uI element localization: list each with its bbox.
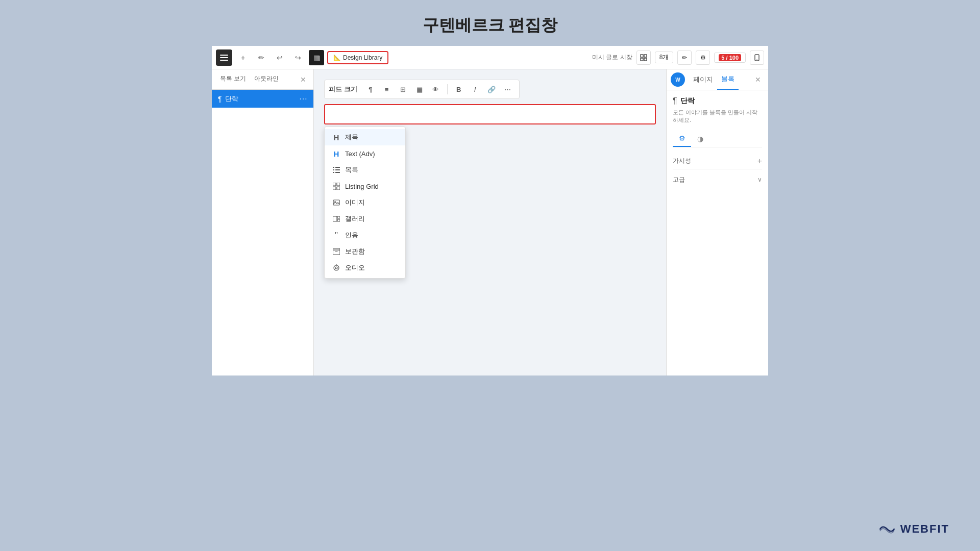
- design-library-label: Design Library: [343, 54, 382, 61]
- svg-rect-10: [333, 172, 334, 173]
- heading-icon: H: [332, 133, 341, 142]
- svg-point-24: [334, 265, 339, 270]
- panel-block-name: 단락: [680, 96, 695, 106]
- format-label: 피드 크기: [329, 85, 357, 94]
- redo-button[interactable]: ↪: [290, 50, 306, 65]
- svg-rect-8: [333, 169, 334, 170]
- text-adv-icon: H: [332, 149, 341, 158]
- panel-style-tab[interactable]: ◑: [691, 131, 709, 147]
- edit-mode-button[interactable]: ✏: [677, 51, 692, 65]
- top-toolbar: + ✏ ↩ ↪ ▦ 📐 Design Library 미시 글로 시장 8개 ✏…: [212, 46, 768, 69]
- dropdown-item-gallery[interactable]: 갤러리: [325, 211, 405, 227]
- tab-layout[interactable]: 아웃라인: [250, 69, 283, 89]
- svg-point-25: [335, 267, 337, 269]
- italic-btn[interactable]: I: [468, 82, 482, 96]
- tab-list[interactable]: 목록 보기: [216, 69, 250, 89]
- sidebar-tabs: 목록 보기 아웃라인 ✕: [212, 69, 313, 90]
- dropdown-item-text-adv[interactable]: H Text (Adv): [325, 145, 405, 162]
- panel-logo: W: [671, 72, 685, 87]
- design-library-button[interactable]: 📐 Design Library: [327, 51, 388, 64]
- sidebar-item-menu-icon[interactable]: ⋯: [299, 94, 307, 104]
- svg-rect-0: [641, 55, 643, 57]
- design-library-icon: 📐: [333, 54, 341, 61]
- score-button[interactable]: 5 / 100: [714, 53, 746, 63]
- dropdown-item-heading-label: 제목: [345, 133, 358, 142]
- bold-btn[interactable]: B: [452, 82, 466, 96]
- dropdown-item-image[interactable]: 이미지: [325, 194, 405, 211]
- view-icon-button[interactable]: [636, 51, 651, 65]
- dropdown-item-listing-grid[interactable]: Listing Grid: [325, 178, 405, 194]
- panel-settings-tab[interactable]: ⚙: [673, 131, 691, 147]
- page-title: 구텐베르크 편집창: [0, 0, 980, 46]
- more-options-btn[interactable]: ⋯: [501, 82, 515, 96]
- format-divider: [447, 84, 448, 94]
- preview-text[interactable]: 미시 글로 시장: [592, 53, 632, 62]
- right-panel: W 페이지 블록 ✕ ¶ 단락 모든 이야기를 블록을 만들어 시작하세요. ⚙…: [666, 69, 768, 375]
- tab-block[interactable]: 블록: [717, 69, 739, 90]
- panel-advanced-section[interactable]: 고급 ∨: [673, 172, 762, 187]
- mobile-view-button[interactable]: [750, 51, 764, 65]
- paragraph-format-btn[interactable]: ¶: [363, 82, 378, 96]
- svg-rect-1: [644, 55, 647, 57]
- dropdown-item-audio[interactable]: 오디오: [325, 260, 405, 276]
- panel-visibility-section: 가시성 +: [673, 154, 762, 169]
- webfit-text: WEBFIT: [900, 522, 949, 536]
- svg-rect-19: [337, 216, 340, 218]
- editor-main: 목록 보기 아웃라인 ✕ ¶ 단락 ⋯ 피드 크기 ¶ ≡ ⊞ ▦ 👁 B: [212, 69, 768, 375]
- dropdown-item-archive[interactable]: 보관함: [325, 243, 405, 260]
- sidebar-item-paragraph[interactable]: ¶ 단락 ⋯: [212, 90, 313, 108]
- dropdown-item-list-label: 목록: [345, 165, 358, 174]
- block-count-badge: 8개: [659, 53, 669, 62]
- block-text-input[interactable]: [324, 104, 656, 124]
- panel-block-title: ¶ 단락: [673, 96, 762, 106]
- panel-advanced-label: 고급: [673, 176, 685, 184]
- dropdown-item-heading[interactable]: H 제목: [325, 129, 405, 145]
- quote-icon: ": [332, 231, 341, 240]
- dropdown-item-list[interactable]: 목록: [325, 162, 405, 178]
- svg-rect-22: [333, 248, 340, 250]
- edit-button[interactable]: ✏: [254, 50, 269, 65]
- table2-btn[interactable]: ▦: [412, 82, 427, 96]
- score-badge: 5 / 100: [719, 54, 741, 61]
- svg-rect-6: [333, 167, 334, 168]
- svg-rect-9: [335, 169, 340, 170]
- panel-section-label: 가시성: [673, 157, 691, 165]
- undo-button[interactable]: ↩: [272, 50, 287, 65]
- link-btn[interactable]: 🔗: [484, 82, 499, 96]
- editor-wrapper: + ✏ ↩ ↪ ▦ 📐 Design Library 미시 글로 시장 8개 ✏…: [212, 46, 768, 375]
- listing-grid-icon: [332, 182, 341, 191]
- sidebar-close-button[interactable]: ✕: [297, 72, 309, 87]
- svg-rect-14: [333, 187, 336, 190]
- table-btn[interactable]: ⊞: [396, 82, 410, 96]
- format-toolbar: 피드 크기 ¶ ≡ ⊞ ▦ 👁 B I 🔗 ⋯: [324, 80, 520, 99]
- svg-rect-2: [641, 58, 643, 61]
- logo-button[interactable]: [216, 49, 232, 66]
- panel-section-add-btn[interactable]: +: [757, 157, 762, 166]
- align-left-btn[interactable]: ≡: [380, 82, 394, 96]
- webfit-logo-icon: [878, 523, 896, 535]
- svg-rect-18: [333, 216, 337, 221]
- layout-button[interactable]: ▦: [309, 50, 324, 65]
- dropdown-item-gallery-label: 갤러리: [345, 214, 365, 223]
- tab-page[interactable]: 페이지: [689, 70, 717, 89]
- text-input-container: H 제목 H Text (Adv) 목록: [324, 104, 656, 124]
- dropdown-item-audio-label: 오디오: [345, 263, 365, 272]
- left-sidebar: 목록 보기 아웃라인 ✕ ¶ 단락 ⋯: [212, 69, 314, 375]
- add-block-button[interactable]: +: [235, 50, 251, 65]
- toolbar-right: 미시 글로 시장 8개 ✏ ⚙ 5 / 100: [592, 51, 764, 65]
- panel-sub-tabs: ⚙ ◑: [673, 131, 762, 147]
- eye-btn[interactable]: 👁: [429, 82, 443, 96]
- svg-text:W: W: [675, 77, 680, 83]
- dropdown-item-archive-label: 보관함: [345, 247, 365, 256]
- settings-button[interactable]: ⚙: [696, 51, 710, 65]
- paragraph-icon: ¶: [218, 95, 222, 103]
- sidebar-item-label: 단락: [225, 94, 296, 104]
- right-panel-header: W 페이지 블록 ✕: [667, 69, 768, 90]
- block-type-dropdown: H 제목 H Text (Adv) 목록: [324, 127, 406, 279]
- svg-rect-13: [337, 183, 340, 186]
- dropdown-item-image-label: 이미지: [345, 198, 365, 207]
- svg-rect-12: [333, 183, 336, 186]
- dropdown-item-quote[interactable]: " 인용: [325, 227, 405, 243]
- panel-close-button[interactable]: ✕: [752, 72, 764, 87]
- block-count-button[interactable]: 8개: [655, 52, 674, 63]
